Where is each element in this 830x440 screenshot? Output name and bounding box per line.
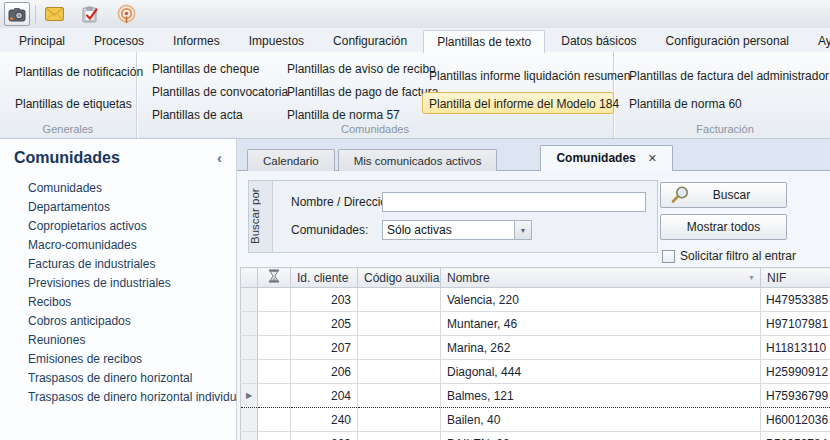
ribbon-item-pago-factura[interactable]: Plantillas de pago de factura: [280, 80, 422, 102]
ribbon-item-factura-administrador[interactable]: Plantillas de factura del administrador: [622, 64, 830, 86]
ribbon-item-plantillas-convocatoria[interactable]: Plantillas de convocatoria: [145, 80, 280, 102]
row-indicator: [241, 408, 258, 432]
ribbon-item-plantillas-acta[interactable]: Plantillas de acta: [145, 103, 280, 125]
sidebar-item-facturas-industriales[interactable]: Facturas de industriales: [0, 255, 236, 274]
header-codigo-auxiliar[interactable]: Código auxiliar: [358, 268, 441, 288]
table-row[interactable]: 207 Marina, 262 H11813110: [241, 336, 830, 360]
table-row[interactable]: 240 Bailen, 40 H60012036: [241, 408, 830, 432]
cell-nombre[interactable]: Balmes, 121: [441, 384, 761, 408]
cell-codigo[interactable]: [358, 408, 441, 432]
row-pointer-icon: ▶: [241, 384, 258, 408]
sidebar-item-reuniones[interactable]: Reuniones: [0, 331, 236, 350]
doc-tab-mis-comunicados-activos[interactable]: Mis comunicados activos: [338, 149, 498, 171]
ribbon-item-plantillas-cheque[interactable]: Plantillas de cheque: [145, 57, 280, 79]
search-group-box: Buscar por Nombre / Dirección: Comunidad…: [248, 180, 658, 253]
cell-id[interactable]: 205: [291, 312, 358, 336]
cell-nombre[interactable]: Muntaner, 46: [441, 312, 761, 336]
collapse-sidebar-icon[interactable]: ‹: [217, 151, 222, 165]
ribbon-item-aviso-recibo[interactable]: Plantillas de aviso de recibo: [280, 57, 422, 79]
cell-codigo[interactable]: [358, 336, 441, 360]
tab-plantillas-de-texto[interactable]: Plantillas de texto: [423, 30, 545, 53]
cell-nombre[interactable]: Marina, 262: [441, 336, 761, 360]
filter-arrow-icon[interactable]: ▼: [748, 274, 755, 281]
table-row[interactable]: 206 Diagonal, 444 H25990912: [241, 360, 830, 384]
cell-nif[interactable]: H97107981: [761, 312, 830, 336]
mostrar-todos-button[interactable]: Mostrar todos: [660, 214, 787, 240]
tab-datos-basicos[interactable]: Datos básicos: [548, 31, 649, 52]
tasks-button[interactable]: [77, 2, 103, 26]
cell-id[interactable]: 206: [291, 360, 358, 384]
camera-button[interactable]: [4, 2, 30, 26]
cell-nif[interactable]: H60012036: [761, 408, 830, 432]
cell-id[interactable]: 223: [291, 432, 358, 440]
sidebar-item-copropietarios-activos[interactable]: Copropietarios activos: [0, 217, 236, 236]
cell-nombre[interactable]: BAILEN, 22: [441, 432, 761, 440]
sidebar-item-departamentos[interactable]: Departamentos: [0, 198, 236, 217]
sidebar-item-macro-comunidades[interactable]: Macro-comunidades: [0, 236, 236, 255]
header-hourglass[interactable]: [258, 268, 291, 288]
cell-codigo[interactable]: [358, 288, 441, 312]
cell-id[interactable]: 203: [291, 288, 358, 312]
cell-id[interactable]: 204: [291, 384, 358, 408]
toolbar-separator: [35, 5, 36, 23]
sidebar-item-traspasos-horizontal-individual[interactable]: Traspasos de dinero horizontal individua…: [0, 388, 236, 407]
cell-id[interactable]: 240: [291, 408, 358, 432]
cell-nif[interactable]: H25990912: [761, 360, 830, 384]
cell-nombre[interactable]: Bailen, 40: [441, 408, 761, 432]
sidebar-item-previsiones-industriales[interactable]: Previsiones de industriales: [0, 274, 236, 293]
ribbon-item-informe-liquidacion-resumen[interactable]: Plantillas informe liquidación resumen: [422, 64, 614, 86]
table-row[interactable]: 205 Muntaner, 46 H97107981: [241, 312, 830, 336]
doc-tab-calendario[interactable]: Calendario: [247, 149, 335, 171]
row-indicator: [241, 360, 258, 384]
ribbon-item-norma-60[interactable]: Plantilla de norma 60: [622, 92, 830, 114]
header-nombre[interactable]: Nombre ▼: [441, 268, 761, 288]
tab-configuracion[interactable]: Configuración: [320, 31, 420, 52]
ribbon-item-plantillas-notificacion[interactable]: Plantillas de notificación: [8, 60, 136, 82]
row-indicator: [241, 432, 258, 440]
tab-ayuda[interactable]: Ayuda: [805, 31, 830, 52]
tab-impuestos[interactable]: Impuestos: [236, 31, 317, 52]
cell-nif[interactable]: H11813110: [761, 336, 830, 360]
cell-codigo[interactable]: [358, 312, 441, 336]
sidebar-item-recibos[interactable]: Recibos: [0, 293, 236, 312]
table-row[interactable]: 223 BAILEN, 22 B58959784: [241, 432, 830, 440]
cell-nif[interactable]: B58959784: [761, 432, 830, 440]
close-tab-icon[interactable]: ✕: [648, 146, 657, 171]
doc-tab-comunidades[interactable]: Comunidades ✕: [540, 145, 673, 171]
buscar-button[interactable]: Buscar: [660, 182, 787, 208]
ribbon-item-modelo-184-highlighted[interactable]: Plantilla del informe del Modelo 184: [422, 92, 614, 114]
mail-button[interactable]: [41, 2, 67, 26]
cell-codigo[interactable]: [358, 432, 441, 440]
doc-tab-label: Comunidades: [556, 146, 635, 171]
tab-configuracion-personal[interactable]: Configuración personal: [653, 31, 802, 52]
broadcast-button[interactable]: [113, 2, 139, 26]
nombre-direccion-input[interactable]: [382, 192, 646, 212]
mostrar-todos-label: Mostrar todos: [687, 220, 760, 234]
header-id-cliente[interactable]: Id. cliente: [291, 268, 358, 288]
ribbon-item-plantillas-etiquetas[interactable]: Plantillas de etiquetas: [8, 92, 136, 114]
cell-nombre[interactable]: Diagonal, 444: [441, 360, 761, 384]
cell-codigo[interactable]: [358, 360, 441, 384]
tab-procesos[interactable]: Procesos: [81, 31, 157, 52]
cell-nif[interactable]: H47953385: [761, 288, 830, 312]
grid-header-row: Id. cliente Código auxiliar Nombre ▼ NIF: [241, 268, 830, 288]
sidebar-item-emisiones-recibos[interactable]: Emisiones de recibos: [0, 350, 236, 369]
cell-nombre[interactable]: Valencia, 220: [441, 288, 761, 312]
cell-nif[interactable]: H75936799: [761, 384, 830, 408]
chevron-down-icon[interactable]: ▼: [514, 221, 531, 239]
table-row-selected[interactable]: ▶ 204 Balmes, 121 H75936799: [241, 384, 830, 408]
ribbon-item-norma-57[interactable]: Plantilla de norma 57: [280, 103, 422, 125]
buscar-por-label: Buscar por: [249, 181, 273, 252]
sidebar-item-comunidades[interactable]: Comunidades: [0, 179, 236, 198]
ribbon: Plantillas de notificación Plantillas de…: [0, 52, 830, 139]
sidebar-item-traspasos-horizontal[interactable]: Traspasos de dinero horizontal: [0, 369, 236, 388]
table-row[interactable]: 203 Valencia, 220 H47953385: [241, 288, 830, 312]
sidebar-item-cobros-anticipados[interactable]: Cobros anticipados: [0, 312, 236, 331]
tab-principal[interactable]: Principal: [6, 31, 78, 52]
solicitar-filtro-checkbox[interactable]: [662, 250, 675, 263]
comunidades-select[interactable]: Sólo activas ▼: [382, 220, 532, 240]
header-nif[interactable]: NIF: [761, 268, 830, 288]
cell-codigo[interactable]: [358, 384, 441, 408]
cell-id[interactable]: 207: [291, 336, 358, 360]
tab-informes[interactable]: Informes: [160, 31, 233, 52]
